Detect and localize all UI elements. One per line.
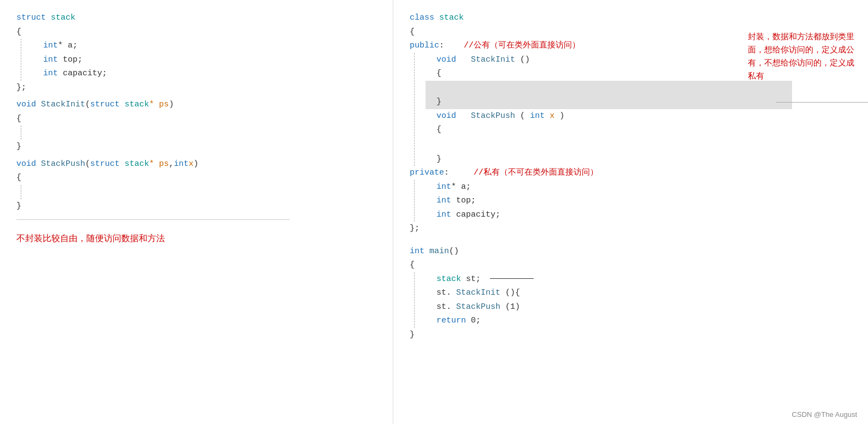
code-line-stackpush-sig: void StackPush ( struct stack * ps , int… xyxy=(16,157,376,171)
code-line-stackinit-sig: void StackInit ( struct stack * ps ) xyxy=(16,98,376,112)
code-line-close-semi: }; xyxy=(16,81,376,95)
r-close-semi: }; xyxy=(410,222,792,236)
kw-void2: void xyxy=(16,157,36,171)
code-line-brace4: } xyxy=(16,199,376,213)
code-line-struct-stack: struct stack xyxy=(16,11,376,25)
type-stack-st: stack xyxy=(436,274,461,284)
r-main-sig: int main () xyxy=(410,244,792,259)
r-return: return 0; xyxy=(426,314,792,328)
r-stack-st: stack st; xyxy=(426,272,792,286)
kw-void-r1: void xyxy=(436,55,456,64)
fn-stackinit-r: StackInit xyxy=(471,55,515,64)
type-stack1: stack xyxy=(125,98,149,112)
param-ps2: * ps xyxy=(149,157,169,171)
r-stackpush-call: st. StackPush (1) xyxy=(426,300,792,314)
kw-int1: int xyxy=(43,41,58,50)
type-stack2: stack xyxy=(125,157,149,171)
left-note: 不封装比较自由，随便访问数据和方法 xyxy=(16,231,376,246)
kw-struct2: struct xyxy=(90,98,120,112)
fn-call-stackinit: StackInit xyxy=(456,288,500,297)
r-open-brace: { xyxy=(410,25,792,39)
kw-int2: int xyxy=(43,55,58,64)
fn-stackpush: StackPush xyxy=(41,157,85,171)
r-highlighted-row: . xyxy=(426,81,792,95)
main-container: struct stack { int* a; int top; int capa… xyxy=(0,0,868,424)
left-panel: struct stack { int* a; int top; int capa… xyxy=(0,0,393,424)
code-line-int-top: int top; xyxy=(32,53,376,67)
r-brace-si-open: { xyxy=(426,67,792,81)
kw-struct: struct xyxy=(16,11,46,25)
kw-int-rtop: int xyxy=(436,196,451,205)
kw-int-r1: int xyxy=(530,111,545,121)
kw-class: class xyxy=(410,11,434,25)
r-int-a: int* a; xyxy=(426,180,792,194)
kw-public: public xyxy=(410,39,439,53)
param-x-r: x xyxy=(550,111,554,121)
kw-int-rcap: int xyxy=(436,210,451,219)
r-stackinit-sig: void StackInit () xyxy=(426,53,792,67)
underline-st xyxy=(490,278,534,279)
kw-void-r2: void xyxy=(436,111,456,121)
left-code-block: struct stack { int* a; int top; int capa… xyxy=(16,11,376,246)
r-int-top: int top; xyxy=(426,194,792,208)
r-int-capacity: int capacity; xyxy=(426,208,792,222)
r-brace-sp-close: } xyxy=(426,152,792,166)
param-ps1: * ps xyxy=(149,98,169,112)
kw-void1: void xyxy=(16,98,36,112)
r-public-line: public : //公有（可在类外面直接访问） xyxy=(410,39,792,53)
code-line-brace3: { xyxy=(16,171,376,185)
kw-return: return xyxy=(436,316,466,325)
param-x: x xyxy=(188,157,193,171)
watermark: CSDN @The August xyxy=(792,410,857,419)
r-stackpush-sig: void StackPush ( int x ) xyxy=(426,109,792,123)
kw-int-ra: int xyxy=(436,182,451,192)
kw-struct3: struct xyxy=(90,157,120,171)
r-brace-sp-open: { xyxy=(426,123,792,137)
code-line-brace1: { xyxy=(16,112,376,126)
code-line-brace2: } xyxy=(16,140,376,154)
right-panel: 封装，数据和方法都放到类里面，想给你访问的，定义成公有，不想给你访问的，定义成私… xyxy=(393,0,868,424)
underline-decoration xyxy=(776,102,868,103)
name-stack: stack xyxy=(51,11,75,25)
code-line-int-a: int* a; xyxy=(32,39,376,53)
r-main-close: } xyxy=(410,328,792,342)
name-stack-r: stack xyxy=(439,11,464,25)
fn-stackpush-r: StackPush xyxy=(471,111,515,121)
code-line-int-capacity: int capacity; xyxy=(32,67,376,81)
fn-stackinit: StackInit xyxy=(41,98,85,112)
fn-main: main xyxy=(429,244,449,259)
r-main-open: { xyxy=(410,258,792,272)
r-class-stack: class stack xyxy=(410,11,792,25)
comment-private: //私有（不可在类外面直接访问） xyxy=(474,166,598,180)
kw-int4: int xyxy=(174,157,188,171)
kw-int-main: int xyxy=(410,244,424,259)
kw-private: private xyxy=(410,166,444,180)
r-brace-si-close-highlighted: } xyxy=(426,95,792,109)
fn-call-stackpush: StackPush xyxy=(456,302,500,312)
code-line-open-brace: { xyxy=(16,25,376,39)
r-stackinit-call: st. StackInit (){ xyxy=(426,286,792,300)
comment-public: //公有（可在类外面直接访问） xyxy=(464,39,580,53)
r-private-line: private : //私有（不可在类外面直接访问） xyxy=(410,166,792,180)
right-code-block: class stack { public : //公有（可在类外面直接访问） v… xyxy=(410,11,792,342)
kw-int3: int xyxy=(43,69,58,78)
